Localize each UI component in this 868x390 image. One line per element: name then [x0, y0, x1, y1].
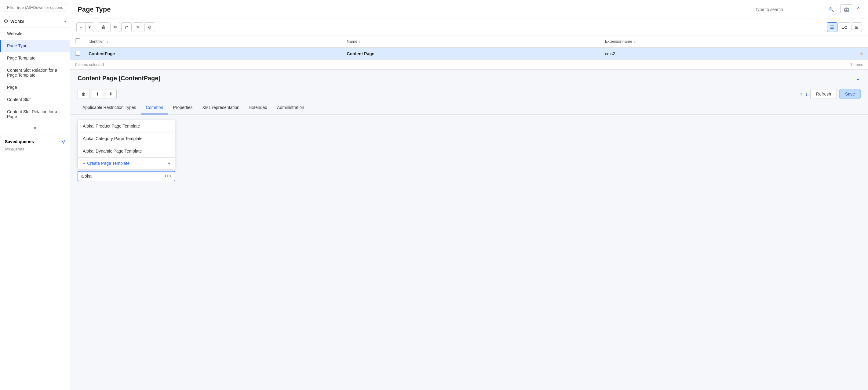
tab-xml-representation[interactable]: XML representation — [197, 101, 244, 115]
detail-header: Content Page [ContentPage] ⌄ — [70, 70, 868, 87]
clone-icon: ⧉ — [114, 24, 117, 30]
table-row[interactable]: ContentPage Content Page cms2 — [70, 47, 868, 60]
detail-download-button[interactable]: ⬇ — [105, 89, 117, 99]
grid-view-button[interactable]: ⊞ — [851, 22, 862, 32]
dropdown-list: Alokai Product Page Template Alokai Cate… — [78, 120, 175, 169]
header-identifier[interactable]: Identifier ↑↓ — [89, 38, 347, 44]
detail-toolbar-right: ↑ ↓ Refresh Save — [800, 89, 861, 99]
dropdown-item-alokai-dynamic[interactable]: Alokai Dynamic Page Template — [78, 145, 175, 158]
sidebar: ⚙ WCMS ▾ Website Page Type Page Template… — [0, 0, 70, 390]
header-checkbox-cell — [75, 38, 89, 44]
identifier-sort-icon: ↑↓ — [105, 40, 108, 43]
extensionname-sort-icon: ↓↑ — [633, 40, 637, 43]
row-name: Content Page — [347, 51, 605, 56]
main-content: Page Type 🔍 🤖 ⌃ + ▾ — [70, 0, 868, 390]
header-name[interactable]: Name ↓↑ — [347, 38, 605, 44]
add-button[interactable]: + — [77, 23, 86, 32]
search-input[interactable] — [755, 7, 827, 12]
sidebar-item-page-template[interactable]: Page Template — [0, 52, 70, 64]
list-view-button[interactable]: ☰ — [827, 22, 837, 32]
name-sort-icon: ↓↑ — [359, 40, 362, 43]
row-status-indicator — [860, 52, 863, 55]
show-more-section: ▾ — [0, 123, 70, 133]
topbar: Page Type 🔍 🤖 ⌃ — [70, 0, 868, 19]
grid-view-icon: ⊞ — [855, 25, 859, 30]
dropdown-container: Alokai Product Page Template Alokai Cate… — [70, 115, 868, 186]
refresh-button[interactable]: Refresh — [810, 89, 837, 99]
tab-properties[interactable]: Properties — [168, 101, 197, 115]
delete-button[interactable]: 🗑 — [98, 22, 109, 32]
clone-button[interactable]: ⧉ — [110, 22, 120, 32]
detail-tabs-bar: Applicable Restriction Types Common Prop… — [70, 101, 868, 115]
search-box: 🔍 — [752, 5, 837, 14]
saved-queries-label: Saved queries — [5, 139, 34, 144]
dropdown-dots-button[interactable]: ••• — [165, 173, 172, 179]
show-more-button[interactable]: ▾ — [34, 125, 36, 132]
settings-icon: ⚙ — [148, 25, 152, 30]
table-header: Identifier ↑↓ Name ↓↑ Extensionname ↓↑ — [70, 35, 868, 47]
tree-view-icon: ⎇ — [842, 25, 847, 30]
row-identifier: ContentPage — [89, 51, 347, 56]
detail-upload-icon: ⬆ — [96, 92, 99, 96]
dropdown-create-row[interactable]: + Create Page Template ▾ — [78, 158, 175, 169]
sidebar-section-label: WCMS — [10, 19, 24, 24]
sidebar-item-content-slot-relation-page[interactable]: Content Slot Relation for a Page — [0, 106, 70, 123]
sync-icon: ⇄ — [125, 25, 128, 30]
saved-queries-filter-icon[interactable]: ▽ — [61, 138, 65, 144]
edit-button[interactable]: ✎ — [133, 22, 143, 32]
dropdown-item-alokai-category[interactable]: Alokai Category Page Template — [78, 132, 175, 145]
create-label: Create Page Template — [87, 161, 129, 166]
items-selected-label: 0 items selected — [75, 62, 104, 67]
dropdown-create-left: + Create Page Template — [83, 161, 129, 166]
row-checkbox[interactable] — [75, 51, 80, 56]
dropdown-item-alokai-product[interactable]: Alokai Product Page Template — [78, 120, 175, 132]
table-footer: 0 items selected 7 items — [70, 60, 868, 69]
sidebar-section-title: ⚙ WCMS — [4, 18, 24, 24]
saved-queries-section: Saved queries ▽ No queries — [0, 135, 70, 155]
tree-view-button[interactable]: ⎇ — [839, 22, 850, 32]
detail-toolbar-left: 🗑 ⬆ ⬇ — [78, 89, 117, 99]
detail-up-arrow-button[interactable]: ↑ — [800, 91, 803, 97]
sidebar-section-header: ⚙ WCMS ▾ — [0, 15, 70, 28]
detail-down-arrow-button[interactable]: ↓ — [805, 91, 808, 97]
topbar-collapse-button[interactable]: ⌃ — [856, 6, 861, 13]
sidebar-filter-section — [0, 0, 70, 15]
tab-applicable-restriction-types[interactable]: Applicable Restriction Types — [78, 101, 141, 115]
header-extensionname[interactable]: Extensionname ↓↑ — [605, 38, 863, 44]
page-title: Page Type — [78, 5, 111, 13]
detail-delete-button[interactable]: 🗑 — [78, 89, 90, 99]
sidebar-item-page[interactable]: Page — [0, 81, 70, 93]
data-table: Identifier ↑↓ Name ↓↑ Extensionname ↓↑ C… — [70, 35, 868, 70]
tab-administration[interactable]: Administration — [272, 101, 309, 115]
sidebar-filter-input[interactable] — [4, 3, 66, 12]
collapse-icon: ⌃ — [856, 6, 861, 12]
tab-extended[interactable]: Extended — [244, 101, 272, 115]
tab-common[interactable]: Common — [141, 101, 168, 115]
toolbar-left: + ▾ 🗑 ⧉ ⇄ ✎ ⚙ — [76, 22, 155, 32]
saved-queries-header: Saved queries ▽ — [5, 138, 65, 144]
sidebar-section-chevron[interactable]: ▾ — [64, 19, 66, 24]
detail-upload-button[interactable]: ⬆ — [92, 89, 103, 99]
toolbar-right: ☰ ⎇ ⊞ — [827, 22, 862, 32]
add-dropdown-icon: ▾ — [89, 25, 91, 30]
sync-button[interactable]: ⇄ — [121, 22, 132, 32]
detail-delete-icon: 🗑 — [82, 92, 86, 96]
select-all-checkbox[interactable] — [75, 38, 80, 43]
sidebar-item-content-slot-relation-template[interactable]: Content Slot Relation for a Page Templat… — [0, 64, 70, 81]
add-icon: + — [80, 25, 82, 30]
ai-button[interactable]: 🤖 — [840, 4, 853, 14]
detail-collapse-button[interactable]: ⌄ — [856, 74, 861, 82]
sidebar-item-page-type[interactable]: Page Type — [0, 40, 70, 52]
sidebar-item-content-slot[interactable]: Content Slot — [0, 93, 70, 106]
edit-icon: ✎ — [136, 25, 140, 30]
save-button[interactable]: Save — [839, 89, 861, 99]
sidebar-item-website[interactable]: Website — [0, 28, 70, 40]
row-checkbox-cell — [75, 51, 89, 57]
dropdown-search-row: ••• — [78, 171, 175, 181]
create-plus-icon: + — [83, 161, 85, 166]
ai-icon: 🤖 — [843, 6, 850, 12]
settings-button[interactable]: ⚙ — [145, 22, 155, 32]
dropdown-search-input[interactable] — [81, 174, 165, 178]
detail-title: Content Page [ContentPage] — [78, 75, 160, 82]
add-dropdown-button[interactable]: ▾ — [86, 23, 94, 32]
